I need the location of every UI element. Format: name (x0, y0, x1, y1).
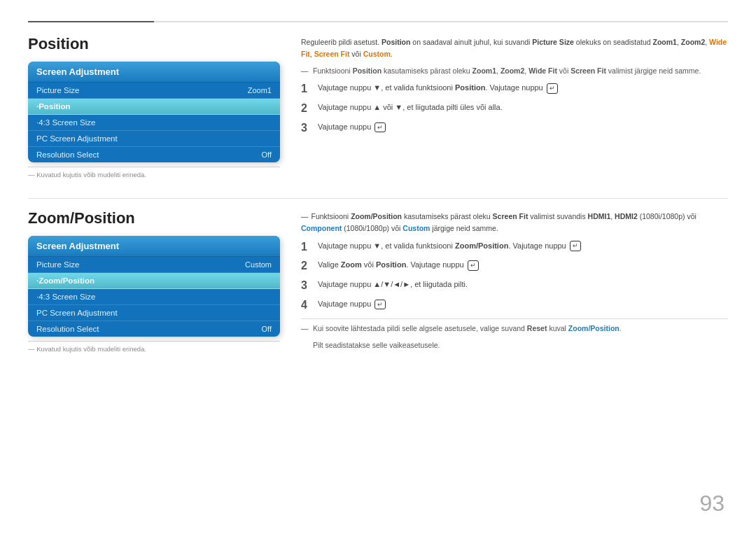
zoom-position-widget-note: — Kuvatud kujutis võib mudeliti erineda. (28, 341, 280, 353)
zoom-bottom-notes: — Kui soovite lähtestada pildi selle alg… (301, 318, 728, 351)
zoom-note-1-text: Kui soovite lähtestada pildi selle algse… (313, 323, 622, 335)
zp-sa-label-zoom-position: ·Zoom/Position (36, 276, 94, 285)
sa-label-43-screen: ·4:3 Screen Size (36, 118, 95, 127)
zoom-position-widget: Screen Adjustment Picture Size Custom ·Z… (28, 236, 280, 337)
zoom-note-2: Pilt seadistatakse selle vaikeasetusele. (301, 340, 728, 351)
enter-icon-1: ↵ (547, 83, 558, 94)
zoom-step-3: 3 Vajutage nuppu ▲/▼/◄/►, et liigutada p… (301, 279, 728, 293)
position-note-dash: — (28, 171, 36, 178)
position-left: Position Screen Adjustment Picture Size … (28, 35, 280, 178)
section-divider (28, 198, 728, 199)
position-right: Reguleerib pildi asetust. Position on sa… (301, 35, 728, 178)
position-step-3: 3 Vajutage nuppu ↵ (301, 121, 728, 136)
sa-row-pc-screen: PC Screen Adjustment (28, 131, 280, 147)
position-note-text: Kuvatud kujutis võib mudeliti erineda. (36, 171, 146, 178)
sa-row-resolution-select: Resolution Select Off (28, 147, 280, 162)
zp-sa-value-picture-size: Custom (245, 260, 272, 269)
sa-value-picture-size: Zoom1 (248, 86, 272, 94)
step-text-2: Vajutage nuppu ▲ või ▼, et liigutada pil… (318, 101, 503, 113)
zoom-position-note-dash: — (28, 345, 36, 353)
zoom-step-num-4: 4 (301, 298, 312, 313)
sa-row-picture-size: Picture Size Zoom1 (28, 83, 280, 99)
zoom-note-2-text: Pilt seadistatakse selle vaikeasetusele. (313, 340, 440, 351)
sa-label-pc-screen: PC Screen Adjustment (36, 134, 118, 143)
zoom-step-text-3: Vajutage nuppu ▲/▼/◄/►, et liigutada pil… (318, 279, 468, 290)
zoom-step-num-2: 2 (301, 259, 312, 274)
position-step-1: 1 Vajutage nuppu ▼, et valida funktsioon… (301, 82, 728, 97)
zoom-step-text-1: Vajutage nuppu ▼, et valida funktsiooni … (318, 240, 581, 252)
step-text-3: Vajutage nuppu ↵ (318, 121, 386, 133)
sa-row-position: ·Position (28, 99, 280, 115)
zoom-step-1: 1 Vajutage nuppu ▼, et valida funktsioon… (301, 240, 728, 255)
zp-sa-row-picture-size: Picture Size Custom (28, 257, 280, 273)
note-dash: — (301, 66, 309, 77)
zp-sa-row-resolution-select: Resolution Select Off (28, 321, 280, 337)
position-desc-main: Reguleerib pildi asetust. Position on sa… (301, 36, 728, 60)
zoom-step-4: 4 Vajutage nuppu ↵ (301, 298, 728, 313)
zp-sa-value-resolution-select: Off (262, 325, 272, 333)
zp-sa-label-resolution-select: Resolution Select (36, 325, 99, 333)
zp-sa-label-pc-screen: PC Screen Adjustment (36, 309, 118, 317)
position-section: Position Screen Adjustment Picture Size … (28, 35, 728, 178)
step-text-1: Vajutage nuppu ▼, et valida funktsiooni … (318, 82, 558, 94)
zoom-step-num-1: 1 (301, 240, 312, 255)
step-num-3: 3 (301, 121, 312, 136)
position-title: Position (28, 35, 280, 53)
sa-label-position: ·Position (36, 102, 71, 111)
zoom-step-text-2: Valige Zoom või Position. Vajutage nuppu… (318, 259, 479, 271)
enter-icon-3: ↵ (374, 122, 386, 133)
enter-icon-z4: ↵ (374, 300, 386, 310)
zoom-position-left: Zoom/Position Screen Adjustment Picture … (28, 209, 280, 356)
zoom-position-right: —Funktsiooni Zoom/Position kasutamiseks … (301, 209, 728, 356)
enter-icon-z2: ↵ (468, 260, 479, 271)
top-divider (28, 21, 728, 22)
sa-row-43-screen: ·4:3 Screen Size (28, 115, 280, 131)
zoom-step-num-3: 3 (301, 279, 312, 293)
zoom-position-widget-header: Screen Adjustment (28, 236, 280, 257)
zp-sa-label-43-screen: ·4:3 Screen Size (36, 293, 95, 301)
zoom-position-title: Zoom/Position (28, 209, 280, 227)
position-func-note: — Funktsiooni Position kasutamiseks pära… (301, 66, 728, 77)
zoom-step-text-4: Vajutage nuppu ↵ (318, 298, 386, 310)
zp-sa-row-zoom-position: ·Zoom/Position (28, 273, 280, 289)
position-widget-header: Screen Adjustment (28, 62, 280, 83)
page-number: 93 (699, 491, 724, 517)
position-step-2: 2 Vajutage nuppu ▲ või ▼, et liigutada p… (301, 101, 728, 116)
zoom-position-desc-main: —Funktsiooni Zoom/Position kasutamiseks … (301, 211, 728, 234)
zoom-position-section: Zoom/Position Screen Adjustment Picture … (28, 209, 728, 356)
zoom-note-1: — Kui soovite lähtestada pildi selle alg… (301, 323, 728, 335)
step-num-1: 1 (301, 82, 312, 97)
sa-label-resolution-select: Resolution Select (36, 150, 99, 159)
position-widget-note: — Kuvatud kujutis võib mudeliti erineda. (28, 167, 280, 178)
position-widget: Screen Adjustment Picture Size Zoom1 ·Po… (28, 62, 280, 162)
sa-label-picture-size: Picture Size (36, 86, 79, 94)
zp-sa-row-43-screen: ·4:3 Screen Size (28, 289, 280, 305)
zoom-step-2: 2 Valige Zoom või Position. Vajutage nup… (301, 259, 728, 274)
step-num-2: 2 (301, 101, 312, 116)
zp-sa-row-pc-screen: PC Screen Adjustment (28, 305, 280, 321)
zoom-position-note-text: Kuvatud kujutis võib mudeliti erineda. (36, 345, 146, 353)
zp-sa-label-picture-size: Picture Size (36, 260, 79, 269)
enter-icon-z1: ↵ (570, 241, 581, 251)
sa-value-resolution-select: Off (262, 150, 272, 159)
position-func-note-text: Funktsiooni Position kasutamiseks pärast… (313, 66, 701, 77)
